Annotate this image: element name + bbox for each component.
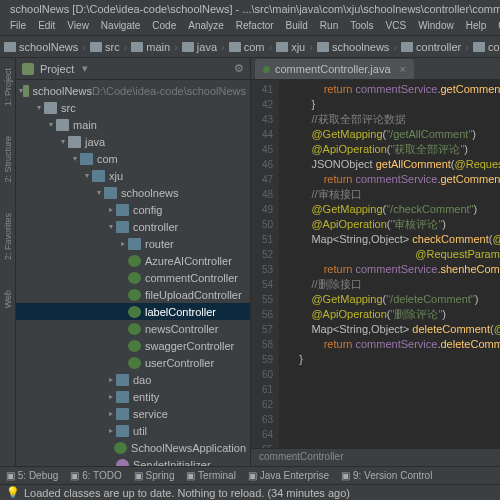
tree-node-usercontroller[interactable]: userController bbox=[16, 354, 250, 371]
rail-favorites[interactable]: 2: Favorites bbox=[3, 213, 13, 260]
tree-node-xju[interactable]: ▾xju bbox=[16, 167, 250, 184]
chevron-down-icon[interactable]: ▾ bbox=[82, 62, 88, 75]
tree-node-swaggercontroller[interactable]: swaggerController bbox=[16, 337, 250, 354]
tree-node-service[interactable]: ▸service bbox=[16, 405, 250, 422]
tree-node-config[interactable]: ▸config bbox=[16, 201, 250, 218]
chevron-down-icon[interactable]: ▾ bbox=[46, 120, 56, 129]
pkg-icon bbox=[116, 204, 129, 216]
bottom-todo[interactable]: ▣ 6: TODO bbox=[70, 470, 121, 481]
menu-run[interactable]: Run bbox=[314, 18, 344, 35]
folder-icon bbox=[68, 136, 81, 148]
chevron-down-icon[interactable]: ▾ bbox=[94, 188, 104, 197]
menu-analyze[interactable]: Analyze bbox=[182, 18, 230, 35]
chevron-right-icon[interactable]: ▸ bbox=[118, 239, 128, 248]
folder-icon bbox=[473, 42, 485, 52]
pkg-icon bbox=[116, 391, 129, 403]
tree-node-dao[interactable]: ▸dao bbox=[16, 371, 250, 388]
cls-icon bbox=[128, 357, 141, 369]
menu-build[interactable]: Build bbox=[280, 18, 314, 35]
folder-icon bbox=[317, 42, 329, 52]
tree-node-java[interactable]: ▾java bbox=[16, 133, 250, 150]
cls-icon bbox=[128, 272, 141, 284]
menu-vcs[interactable]: VCS bbox=[380, 18, 413, 35]
cls-icon bbox=[128, 306, 141, 318]
folder-icon bbox=[276, 42, 288, 52]
breadcrumb-segment[interactable]: schoolnews bbox=[317, 41, 389, 53]
pkg-icon bbox=[116, 425, 129, 437]
close-icon[interactable]: × bbox=[400, 63, 406, 75]
window-title: schoolNews [D:\Code\idea-code\schoolNews… bbox=[10, 3, 500, 15]
breadcrumb-segment[interactable]: java bbox=[182, 41, 217, 53]
tree-node-newscontroller[interactable]: newsController bbox=[16, 320, 250, 337]
tree-node-router[interactable]: ▸router bbox=[16, 235, 250, 252]
tree-node-entity[interactable]: ▸entity bbox=[16, 388, 250, 405]
bottom-javaenterprise[interactable]: ▣ Java Enterprise bbox=[248, 470, 329, 481]
project-tree[interactable]: ▾schoolNews D:\Code\idea-code\schoolNews… bbox=[16, 80, 250, 466]
tree-node-schoolnews[interactable]: ▾schoolNews D:\Code\idea-code\schoolNews bbox=[16, 82, 250, 99]
breadcrumb-segment[interactable]: src bbox=[90, 41, 120, 53]
menu-file[interactable]: File bbox=[4, 18, 32, 35]
breadcrumb-segment[interactable]: com bbox=[229, 41, 265, 53]
mod-icon bbox=[23, 85, 29, 97]
breadcrumb-segment[interactable]: commentController bbox=[473, 41, 500, 53]
chevron-right-icon: › bbox=[82, 41, 86, 53]
tree-node-main[interactable]: ▾main bbox=[16, 116, 250, 133]
bottom-spring[interactable]: ▣ Spring bbox=[134, 470, 175, 481]
menu-tools[interactable]: Tools bbox=[344, 18, 379, 35]
chevron-down-icon[interactable]: ▾ bbox=[70, 154, 80, 163]
editor-tab-bar: commentController.java × bbox=[251, 58, 500, 80]
folder-icon bbox=[44, 102, 57, 114]
menu-window[interactable]: Window bbox=[412, 18, 460, 35]
menu-code[interactable]: Code bbox=[146, 18, 182, 35]
status-bar: 💡 Loaded classes are up to date. Nothing… bbox=[0, 484, 500, 500]
menu-view[interactable]: View bbox=[61, 18, 95, 35]
cls-icon bbox=[128, 340, 141, 352]
breadcrumb-segment[interactable]: xju bbox=[276, 41, 305, 53]
tree-node-commentcontroller[interactable]: commentController bbox=[16, 269, 250, 286]
menu-refactor[interactable]: Refactor bbox=[230, 18, 280, 35]
chevron-down-icon[interactable]: ▾ bbox=[58, 137, 68, 146]
chevron-right-icon: › bbox=[309, 41, 313, 53]
project-sidebar: Project ▾ ⚙ ▾schoolNews D:\Code\idea-cod… bbox=[16, 58, 251, 466]
chevron-right-icon[interactable]: ▸ bbox=[106, 426, 116, 435]
pkg-icon bbox=[116, 374, 129, 386]
chevron-right-icon[interactable]: ▸ bbox=[106, 375, 116, 384]
tree-node-fileuploadcontroller[interactable]: fileUploadController bbox=[16, 286, 250, 303]
menu-navigate[interactable]: Navigate bbox=[95, 18, 146, 35]
tree-node-src[interactable]: ▾src bbox=[16, 99, 250, 116]
tree-node-azureaicontroller[interactable]: AzureAIController bbox=[16, 252, 250, 269]
bottom-versioncontrol[interactable]: ▣ 9: Version Control bbox=[341, 470, 432, 481]
sidebar-settings-icon[interactable]: ⚙ bbox=[234, 62, 244, 75]
chevron-right-icon[interactable]: ▸ bbox=[106, 392, 116, 401]
chevron-down-icon[interactable]: ▾ bbox=[106, 222, 116, 231]
folder-icon bbox=[229, 42, 241, 52]
tree-node-labelcontroller[interactable]: labelController bbox=[16, 303, 250, 320]
chevron-down-icon[interactable]: ▾ bbox=[82, 171, 92, 180]
rail-project[interactable]: 1: Project bbox=[3, 68, 13, 106]
chevron-right-icon[interactable]: ▸ bbox=[106, 205, 116, 214]
breadcrumb-segment[interactable]: schoolNews bbox=[4, 41, 78, 53]
menu-edit[interactable]: Edit bbox=[32, 18, 61, 35]
tree-node-servletinitializer[interactable]: ServletInitializer bbox=[16, 456, 250, 466]
menu-other[interactable]: Other bbox=[492, 18, 500, 35]
rail-structure[interactable]: 2: Structure bbox=[3, 136, 13, 183]
editor-tab[interactable]: commentController.java × bbox=[255, 59, 414, 79]
menu-help[interactable]: Help bbox=[460, 18, 493, 35]
bottom-terminal[interactable]: ▣ Terminal bbox=[186, 470, 235, 481]
breadcrumb-segment[interactable]: main bbox=[131, 41, 170, 53]
tree-node-util[interactable]: ▸util bbox=[16, 422, 250, 439]
chevron-right-icon[interactable]: ▸ bbox=[106, 409, 116, 418]
tree-node-com[interactable]: ▾com bbox=[16, 150, 250, 167]
bottom-debug[interactable]: ▣ 5: Debug bbox=[6, 470, 58, 481]
breadcrumb-segment[interactable]: controller bbox=[401, 41, 461, 53]
tree-node-schoolnews[interactable]: ▾schoolnews bbox=[16, 184, 250, 201]
tree-node-controller[interactable]: ▾controller bbox=[16, 218, 250, 235]
rail-web[interactable]: Web bbox=[3, 290, 13, 308]
code-content[interactable]: return commentService.getComment(newsID)… bbox=[279, 80, 500, 448]
pkg-icon bbox=[116, 408, 129, 420]
chevron-down-icon[interactable]: ▾ bbox=[34, 103, 44, 112]
editor-breadcrumb[interactable]: commentController bbox=[251, 448, 500, 466]
chevron-right-icon: › bbox=[268, 41, 272, 53]
pkg-icon bbox=[80, 153, 93, 165]
tree-node-schoolnewsapplication[interactable]: SchoolNewsApplication bbox=[16, 439, 250, 456]
